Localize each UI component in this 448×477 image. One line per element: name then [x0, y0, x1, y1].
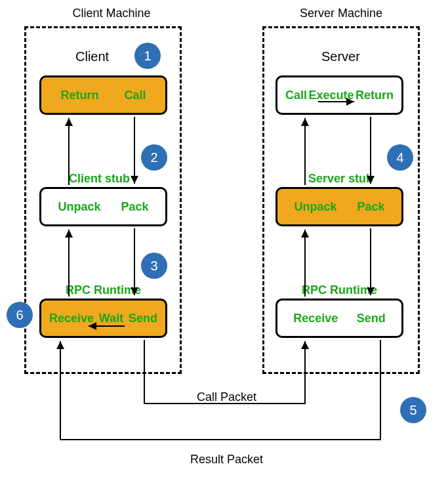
- result-packet-label: Result Packet: [190, 453, 263, 467]
- client-send-label: Send: [129, 312, 157, 325]
- client-call-label: Call: [124, 89, 146, 102]
- client-return-label: Return: [60, 89, 98, 102]
- server-machine-title: Server Machine: [289, 7, 394, 20]
- step-1-circle: 1: [134, 43, 161, 69]
- client-wait-label: Wait: [99, 312, 123, 325]
- server-stub-label: Server stub: [308, 172, 373, 186]
- call-packet-label: Call Packet: [197, 390, 256, 404]
- server-return-label: Return: [356, 89, 394, 102]
- step-5-circle: 5: [400, 397, 426, 423]
- client-box-1: Return Call: [39, 75, 167, 115]
- step-2-circle: 2: [141, 144, 167, 171]
- client-box-2: Unpack Pack: [39, 187, 167, 226]
- server-execute-label: Execute: [308, 89, 354, 102]
- server-header: Server: [321, 49, 360, 64]
- server-send-label: Send: [357, 312, 386, 325]
- client-box-3: Receive Wait Send: [39, 299, 167, 338]
- client-runtime-label: RPC Runtime: [66, 283, 141, 297]
- step-3-circle: 3: [141, 253, 167, 279]
- client-receive-label: Receive: [49, 312, 94, 325]
- client-machine-title: Client Machine: [62, 7, 161, 20]
- server-box-1: Call Execute Return: [275, 75, 403, 115]
- client-header: Client: [75, 49, 109, 64]
- step-4-circle: 4: [387, 144, 413, 171]
- server-pack-label: Pack: [357, 200, 384, 214]
- client-stub-label: Client stub: [69, 172, 130, 186]
- server-box-3: Receive Send: [275, 299, 403, 338]
- client-unpack-label: Unpack: [58, 200, 100, 214]
- step-6-circle: 6: [7, 302, 33, 328]
- server-call-label: Call: [285, 89, 307, 102]
- server-receive-label: Receive: [293, 312, 338, 325]
- server-runtime-label: RPC Runtime: [302, 283, 377, 297]
- server-box-2: Unpack Pack: [275, 187, 403, 226]
- server-unpack-label: Unpack: [294, 200, 336, 214]
- client-pack-label: Pack: [121, 200, 148, 214]
